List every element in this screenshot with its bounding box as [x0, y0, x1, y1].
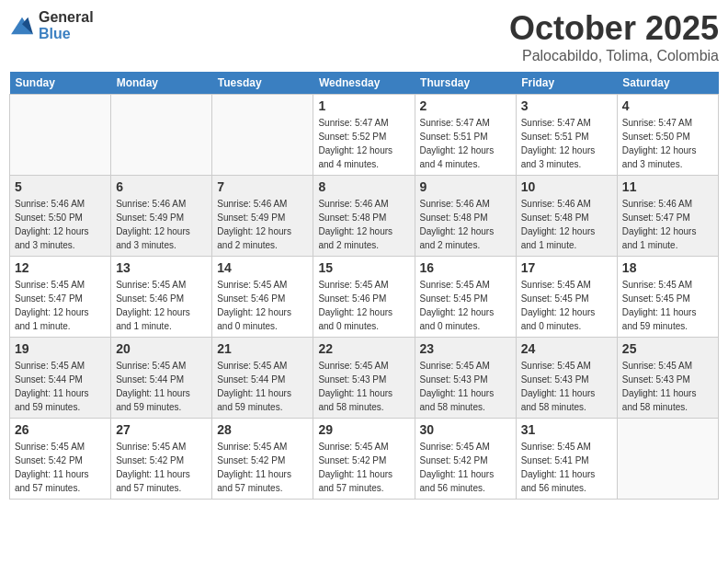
day-header-thursday: Thursday: [415, 72, 516, 95]
calendar-week-4: 19Sunrise: 5:45 AM Sunset: 5:44 PM Dayli…: [10, 338, 719, 419]
day-number: 21: [217, 341, 308, 356]
calendar-cell: 4Sunrise: 5:47 AM Sunset: 5:50 PM Daylig…: [617, 95, 718, 176]
calendar-cell: 30Sunrise: 5:45 AM Sunset: 5:42 PM Dayli…: [415, 419, 516, 500]
day-info: Sunrise: 5:45 AM Sunset: 5:42 PM Dayligh…: [318, 440, 409, 495]
day-number: 28: [217, 422, 308, 437]
calendar-cell: 15Sunrise: 5:45 AM Sunset: 5:46 PM Dayli…: [313, 257, 415, 338]
day-info: Sunrise: 5:45 AM Sunset: 5:45 PM Dayligh…: [622, 278, 713, 333]
day-info: Sunrise: 5:46 AM Sunset: 5:47 PM Dayligh…: [622, 197, 713, 252]
calendar-cell: 7Sunrise: 5:46 AM Sunset: 5:49 PM Daylig…: [212, 176, 313, 257]
day-info: Sunrise: 5:46 AM Sunset: 5:49 PM Dayligh…: [217, 197, 308, 252]
logo: General Blue: [9, 9, 94, 42]
calendar-cell: [111, 95, 212, 176]
day-info: Sunrise: 5:45 AM Sunset: 5:46 PM Dayligh…: [217, 278, 308, 333]
day-info: Sunrise: 5:45 AM Sunset: 5:43 PM Dayligh…: [521, 359, 612, 414]
calendar-cell: 1Sunrise: 5:47 AM Sunset: 5:52 PM Daylig…: [313, 95, 415, 176]
calendar-cell: 3Sunrise: 5:47 AM Sunset: 5:51 PM Daylig…: [516, 95, 617, 176]
calendar-cell: 19Sunrise: 5:45 AM Sunset: 5:44 PM Dayli…: [10, 338, 111, 419]
day-info: Sunrise: 5:47 AM Sunset: 5:50 PM Dayligh…: [622, 116, 713, 171]
day-number: 24: [521, 341, 612, 356]
day-number: 22: [318, 341, 409, 356]
day-number: 15: [318, 260, 409, 275]
day-number: 11: [622, 179, 713, 194]
calendar-cell: 24Sunrise: 5:45 AM Sunset: 5:43 PM Dayli…: [516, 338, 617, 419]
day-number: 10: [521, 179, 612, 194]
day-header-friday: Friday: [516, 72, 617, 95]
calendar-week-3: 12Sunrise: 5:45 AM Sunset: 5:47 PM Dayli…: [10, 257, 719, 338]
calendar-table: SundayMondayTuesdayWednesdayThursdayFrid…: [9, 72, 719, 500]
calendar-cell: [212, 95, 313, 176]
calendar-cell: 9Sunrise: 5:46 AM Sunset: 5:48 PM Daylig…: [415, 176, 516, 257]
day-info: Sunrise: 5:47 AM Sunset: 5:51 PM Dayligh…: [420, 116, 511, 171]
calendar-cell: [617, 419, 718, 500]
day-info: Sunrise: 5:45 AM Sunset: 5:42 PM Dayligh…: [217, 440, 308, 495]
day-info: Sunrise: 5:45 AM Sunset: 5:45 PM Dayligh…: [420, 278, 511, 333]
day-number: 1: [318, 98, 409, 113]
calendar-cell: 11Sunrise: 5:46 AM Sunset: 5:47 PM Dayli…: [617, 176, 718, 257]
calendar-cell: 14Sunrise: 5:45 AM Sunset: 5:46 PM Dayli…: [212, 257, 313, 338]
day-info: Sunrise: 5:45 AM Sunset: 5:46 PM Dayligh…: [116, 278, 207, 333]
day-info: Sunrise: 5:45 AM Sunset: 5:44 PM Dayligh…: [15, 359, 106, 414]
calendar-cell: 31Sunrise: 5:45 AM Sunset: 5:41 PM Dayli…: [516, 419, 617, 500]
day-number: 23: [420, 341, 511, 356]
day-number: 18: [622, 260, 713, 275]
calendar-week-1: 1Sunrise: 5:47 AM Sunset: 5:52 PM Daylig…: [10, 95, 719, 176]
page-header: General Blue October 2025 Palocabildo, T…: [9, 9, 719, 64]
day-number: 13: [116, 260, 207, 275]
day-header-wednesday: Wednesday: [313, 72, 415, 95]
calendar-cell: 27Sunrise: 5:45 AM Sunset: 5:42 PM Dayli…: [111, 419, 212, 500]
day-info: Sunrise: 5:45 AM Sunset: 5:42 PM Dayligh…: [420, 440, 511, 495]
day-number: 7: [217, 179, 308, 194]
day-info: Sunrise: 5:45 AM Sunset: 5:42 PM Dayligh…: [116, 440, 207, 495]
calendar-week-2: 5Sunrise: 5:46 AM Sunset: 5:50 PM Daylig…: [10, 176, 719, 257]
day-info: Sunrise: 5:45 AM Sunset: 5:42 PM Dayligh…: [15, 440, 106, 495]
day-number: 26: [15, 422, 106, 437]
day-header-tuesday: Tuesday: [212, 72, 313, 95]
calendar-cell: 20Sunrise: 5:45 AM Sunset: 5:44 PM Dayli…: [111, 338, 212, 419]
day-number: 20: [116, 341, 207, 356]
calendar-cell: 29Sunrise: 5:45 AM Sunset: 5:42 PM Dayli…: [313, 419, 415, 500]
logo-blue: Blue: [39, 26, 71, 41]
day-number: 14: [217, 260, 308, 275]
day-info: Sunrise: 5:45 AM Sunset: 5:45 PM Dayligh…: [521, 278, 612, 333]
logo-text: General Blue: [39, 9, 94, 42]
calendar-cell: 22Sunrise: 5:45 AM Sunset: 5:43 PM Dayli…: [313, 338, 415, 419]
day-info: Sunrise: 5:45 AM Sunset: 5:44 PM Dayligh…: [116, 359, 207, 414]
day-number: 4: [622, 98, 713, 113]
calendar-cell: 17Sunrise: 5:45 AM Sunset: 5:45 PM Dayli…: [516, 257, 617, 338]
day-info: Sunrise: 5:45 AM Sunset: 5:43 PM Dayligh…: [420, 359, 511, 414]
day-number: 16: [420, 260, 511, 275]
day-info: Sunrise: 5:46 AM Sunset: 5:48 PM Dayligh…: [521, 197, 612, 252]
calendar-cell: [10, 95, 111, 176]
day-info: Sunrise: 5:45 AM Sunset: 5:46 PM Dayligh…: [318, 278, 409, 333]
day-info: Sunrise: 5:47 AM Sunset: 5:51 PM Dayligh…: [521, 116, 612, 171]
day-number: 12: [15, 260, 106, 275]
day-info: Sunrise: 5:46 AM Sunset: 5:48 PM Dayligh…: [318, 197, 409, 252]
day-number: 3: [521, 98, 612, 113]
calendar-cell: 23Sunrise: 5:45 AM Sunset: 5:43 PM Dayli…: [415, 338, 516, 419]
day-number: 31: [521, 422, 612, 437]
day-header-monday: Monday: [111, 72, 212, 95]
calendar-week-5: 26Sunrise: 5:45 AM Sunset: 5:42 PM Dayli…: [10, 419, 719, 500]
calendar-cell: 21Sunrise: 5:45 AM Sunset: 5:44 PM Dayli…: [212, 338, 313, 419]
logo-icon: [9, 16, 35, 36]
day-info: Sunrise: 5:45 AM Sunset: 5:47 PM Dayligh…: [15, 278, 106, 333]
calendar-cell: 12Sunrise: 5:45 AM Sunset: 5:47 PM Dayli…: [10, 257, 111, 338]
day-number: 25: [622, 341, 713, 356]
calendar-cell: 6Sunrise: 5:46 AM Sunset: 5:49 PM Daylig…: [111, 176, 212, 257]
day-number: 17: [521, 260, 612, 275]
calendar-cell: 25Sunrise: 5:45 AM Sunset: 5:43 PM Dayli…: [617, 338, 718, 419]
day-number: 19: [15, 341, 106, 356]
logo-general: General: [39, 9, 94, 25]
day-number: 29: [318, 422, 409, 437]
month-title: October 2025: [509, 9, 719, 48]
calendar-header-row: SundayMondayTuesdayWednesdayThursdayFrid…: [10, 72, 719, 95]
day-info: Sunrise: 5:45 AM Sunset: 5:44 PM Dayligh…: [217, 359, 308, 414]
day-info: Sunrise: 5:46 AM Sunset: 5:49 PM Dayligh…: [116, 197, 207, 252]
day-info: Sunrise: 5:47 AM Sunset: 5:52 PM Dayligh…: [318, 116, 409, 171]
day-number: 9: [420, 179, 511, 194]
calendar-cell: 16Sunrise: 5:45 AM Sunset: 5:45 PM Dayli…: [415, 257, 516, 338]
calendar-cell: 10Sunrise: 5:46 AM Sunset: 5:48 PM Dayli…: [516, 176, 617, 257]
calendar-cell: 18Sunrise: 5:45 AM Sunset: 5:45 PM Dayli…: [617, 257, 718, 338]
calendar-cell: 13Sunrise: 5:45 AM Sunset: 5:46 PM Dayli…: [111, 257, 212, 338]
